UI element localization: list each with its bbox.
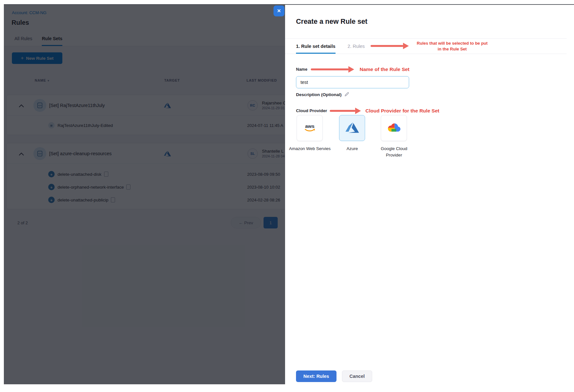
drawer-title: Create a new Rule set — [296, 18, 367, 26]
annotation-rules-line1: Rules that will be selected to be put — [407, 40, 497, 46]
annotation-arrow-rules — [371, 45, 403, 47]
pencil-icon[interactable] — [345, 92, 349, 98]
annotation-rules-line2: in the Rule Set — [407, 46, 497, 52]
modal-overlay — [4, 5, 285, 384]
description-row: Description (Optional) — [296, 92, 349, 98]
cancel-button[interactable]: Cancel — [342, 370, 372, 382]
azure-logo-icon — [345, 121, 359, 136]
step-rule-set-details[interactable]: 1. Rule set details — [296, 39, 336, 54]
provider-label-azure: Azure — [331, 146, 373, 152]
provider-card-aws[interactable]: aws — [297, 115, 323, 141]
provider-label-gcp: Google Cloud Provider — [373, 146, 415, 158]
gcp-logo-icon — [387, 121, 401, 136]
create-rule-set-drawer: Create a new Rule set 1. Rule set detail… — [285, 5, 574, 384]
screenshot-canvas: Account: CCM-NG Rules All Rules Rule Set… — [0, 0, 574, 392]
name-input[interactable] — [296, 76, 409, 88]
rules-page: Account: CCM-NG Rules All Rules Rule Set… — [4, 5, 285, 384]
description-label: Description (Optional) — [296, 92, 342, 97]
close-icon[interactable]: ✕ — [274, 5, 284, 16]
annotation-name: Name of the Rule Set — [360, 67, 409, 72]
provider-card-gcp[interactable] — [381, 115, 407, 141]
annotation-rules: Rules that will be selected to be put in… — [407, 40, 497, 52]
window-top-edge — [4, 4, 574, 5]
annotation-arrow-name — [311, 68, 349, 70]
provider-card-azure[interactable] — [339, 115, 365, 141]
svg-text:aws: aws — [305, 123, 314, 129]
step-rules[interactable]: 2. Rules — [348, 39, 365, 54]
cloud-provider-label: Cloud Provider — [296, 108, 327, 113]
aws-logo-icon: aws — [303, 123, 317, 134]
annotation-arrow-provider — [330, 110, 355, 112]
next-rules-button[interactable]: Next: Rules — [296, 370, 336, 382]
provider-label-aws: Amazon Web Servies — [289, 146, 331, 152]
name-label: Name — [296, 67, 307, 72]
annotation-provider: Cloud Provider for the Rule Set — [365, 108, 439, 114]
